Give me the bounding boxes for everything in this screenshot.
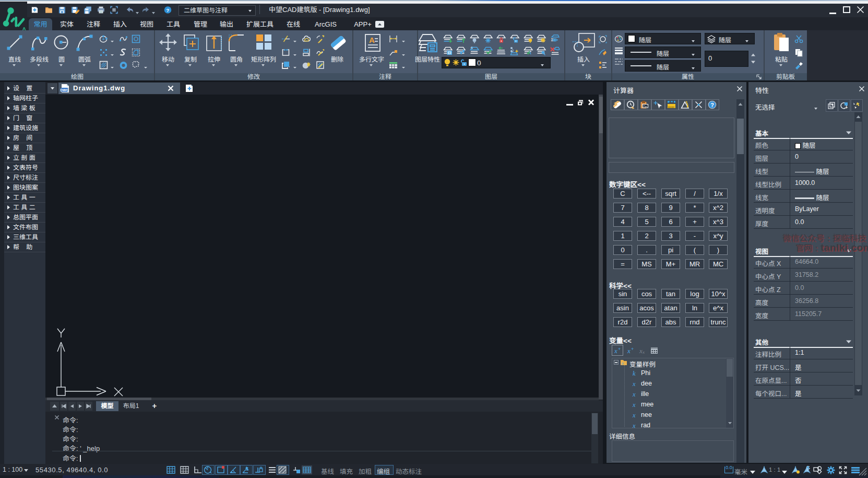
svg-text:A: A: [369, 36, 375, 44]
svg-text:+: +: [631, 346, 634, 352]
svg-text:x: x: [614, 347, 617, 355]
svg-text:x: x: [632, 380, 636, 388]
svg-text:?: ?: [710, 102, 714, 108]
svg-text:x: x: [621, 360, 624, 366]
svg-text:x: x: [632, 401, 636, 409]
svg-text:A: A: [22, 26, 26, 30]
svg-text:k: k: [633, 370, 636, 377]
svg-text:x: x: [632, 412, 636, 419]
svg-text:?: ?: [167, 7, 170, 13]
svg-text:x: x: [639, 347, 643, 355]
svg-text:x: x: [643, 350, 645, 355]
svg-text:DWG: DWG: [61, 88, 69, 92]
svg-text:x: x: [632, 422, 636, 429]
svg-text:x: x: [632, 391, 636, 398]
svg-text:x: x: [627, 347, 631, 355]
svg-text:+: +: [618, 346, 621, 352]
